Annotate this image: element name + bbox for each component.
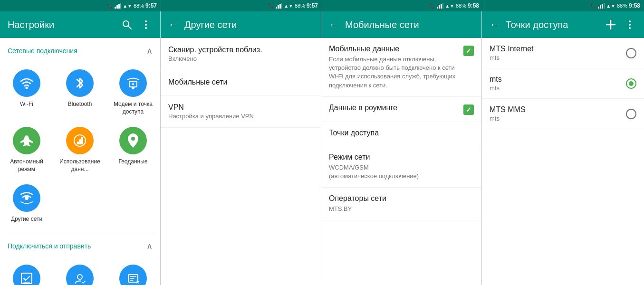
svg-rect-2 [118, 4, 120, 9]
mts-internet-radio[interactable] [626, 48, 636, 58]
access-points-body: MTS Internet mts mts mts MTS MMS mts [482, 38, 644, 285]
connect-icon-3 [119, 265, 147, 285]
bluetooth-icon-circle [66, 69, 94, 97]
roaming-checkbox[interactable] [463, 104, 474, 115]
svg-rect-11 [442, 3, 443, 9]
bluetooth-item[interactable]: Bluetooth [53, 64, 106, 121]
battery-1: 88% [295, 3, 305, 9]
svg-rect-31 [23, 282, 30, 284]
network-operators-text: Операторы сети MTS.BY [329, 194, 474, 213]
mts-radio[interactable] [626, 78, 636, 89]
airplane-label: Автономный режим [4, 158, 49, 173]
battery-3: 88% [617, 3, 627, 9]
mts-internet-title: MTS Internet [490, 45, 626, 53]
connect-item-3[interactable] [106, 259, 160, 285]
mobile-data-desc: Если мобильные данные отключены, устройс… [329, 55, 463, 90]
access-points-item[interactable]: Точки доступа [321, 122, 481, 146]
access-points-title: Точки доступа [329, 129, 474, 137]
network-mode-text: Режим сети WCDMA/GSM(автоматическое подк… [329, 153, 474, 180]
mts-mms-radio[interactable] [626, 109, 636, 119]
connect-section-header: Подключиться и отправить ∧ [0, 233, 160, 255]
connect-icon-1 [13, 265, 40, 285]
chevron-up-icon-2: ∧ [146, 241, 153, 251]
back-button-2[interactable]: ← [168, 19, 179, 31]
svg-point-21 [26, 87, 28, 89]
mobile-data-text: Мобильные данные Если мобильные данные о… [329, 45, 463, 90]
vpn-item[interactable]: VPN Настройка и управление VPN [161, 95, 321, 128]
scan-devices-title: Сканир. устройств поблиз. [168, 46, 313, 54]
svg-point-19 [145, 24, 147, 26]
mts-mms-title: MTS MMS [490, 105, 626, 114]
chevron-up-icon: ∧ [146, 46, 153, 56]
more-icon-4[interactable] [623, 18, 636, 31]
screen-settings: Настройки Сетевые подключения ∧ [0, 11, 161, 285]
geo-item[interactable]: Геоданные [106, 121, 160, 179]
mts-mms-text: MTS MMS mts [490, 105, 626, 122]
connect-icon-grid [0, 255, 160, 285]
mobile-networks-item[interactable]: Мобильные сети [161, 70, 321, 95]
mobile-data-checkbox[interactable] [463, 46, 474, 56]
network-operators-item[interactable]: Операторы сети MTS.BY [321, 188, 481, 220]
wifi-label: Wi-Fi [20, 101, 33, 108]
svg-rect-6 [279, 4, 281, 9]
connect-section-label: Подключиться и отправить [8, 242, 91, 250]
battery-0: 88% [134, 3, 144, 9]
screen-mobile-networks: ← Мобильные сети Мобильные данные Если м… [321, 11, 482, 285]
geo-icon-circle [119, 127, 147, 154]
other-networks-item[interactable]: Другие сети [0, 179, 53, 229]
data-usage-label: Использование данн... [57, 158, 103, 173]
time-0: 9:57 [145, 2, 157, 9]
modem-item[interactable]: Модем и точка доступа [106, 64, 160, 121]
mobile-networks-title: Мобильные сети [345, 19, 474, 30]
network-mode-item[interactable]: Режим сети WCDMA/GSM(автоматическое подк… [321, 146, 481, 188]
svg-rect-13 [600, 5, 601, 9]
network-operators-title: Операторы сети [329, 194, 474, 203]
svg-rect-25 [77, 142, 79, 144]
data-usage-icon-circle [66, 127, 94, 154]
airplane-item[interactable]: Автономный режим [0, 121, 53, 179]
svg-point-29 [25, 196, 29, 200]
access-points-text: Точки доступа [329, 129, 474, 139]
other-networks-label: Другие сети [11, 216, 42, 223]
svg-rect-9 [439, 5, 440, 9]
connect-item-1[interactable] [0, 259, 53, 285]
network-icon-grid: Wi-Fi Bluetooth [0, 60, 160, 233]
mts-item[interactable]: mts mts [482, 68, 644, 99]
svg-line-17 [128, 26, 132, 29]
wifi-item[interactable]: Wi-Fi [0, 64, 53, 121]
search-icon[interactable] [120, 18, 134, 31]
svg-rect-10 [441, 4, 442, 9]
scan-devices-item[interactable]: Сканир. устройств поблиз. Включено [161, 38, 321, 70]
back-button-4[interactable]: ← [490, 19, 500, 31]
connect-icon-2 [66, 265, 94, 285]
connect-item-2[interactable] [53, 259, 106, 285]
svg-rect-26 [79, 139, 81, 144]
svg-rect-12 [598, 7, 599, 9]
add-icon[interactable] [604, 18, 617, 31]
network-section-header: Сетевые подключения ∧ [0, 38, 160, 60]
mts-internet-item[interactable]: MTS Internet mts [482, 38, 644, 68]
other-networks-title: Другие сети [184, 19, 313, 30]
svg-point-28 [131, 137, 135, 141]
roaming-text: Данные в роуминге [329, 104, 463, 114]
svg-rect-15 [604, 3, 605, 9]
settings-body: Сетевые подключения ∧ Wi-Fi [0, 38, 160, 285]
time-3: 9:58 [629, 2, 640, 9]
svg-point-32 [77, 275, 82, 279]
svg-rect-0 [115, 7, 116, 9]
more-icon[interactable] [139, 18, 153, 31]
svg-rect-8 [437, 7, 438, 9]
mts-mms-item[interactable]: MTS MMS mts [482, 99, 644, 129]
screen-access-points: ← Точки доступа MTS Internet mts [482, 11, 644, 285]
roaming-item[interactable]: Данные в роуминге [321, 97, 481, 122]
svg-point-18 [145, 20, 147, 22]
mts-mms-subtitle: mts [490, 115, 626, 122]
back-button-3[interactable]: ← [329, 19, 339, 31]
network-mode-title: Режим сети [329, 153, 474, 162]
mobile-networks-body: Мобильные данные Если мобильные данные о… [321, 38, 481, 285]
airplane-icon-circle [13, 127, 40, 154]
toolbar-settings: Настройки [0, 11, 160, 38]
mobile-data-item[interactable]: Мобильные данные Если мобильные данные о… [321, 38, 481, 97]
svg-point-23 [132, 83, 134, 85]
data-usage-item[interactable]: Использование данн... [53, 121, 106, 179]
